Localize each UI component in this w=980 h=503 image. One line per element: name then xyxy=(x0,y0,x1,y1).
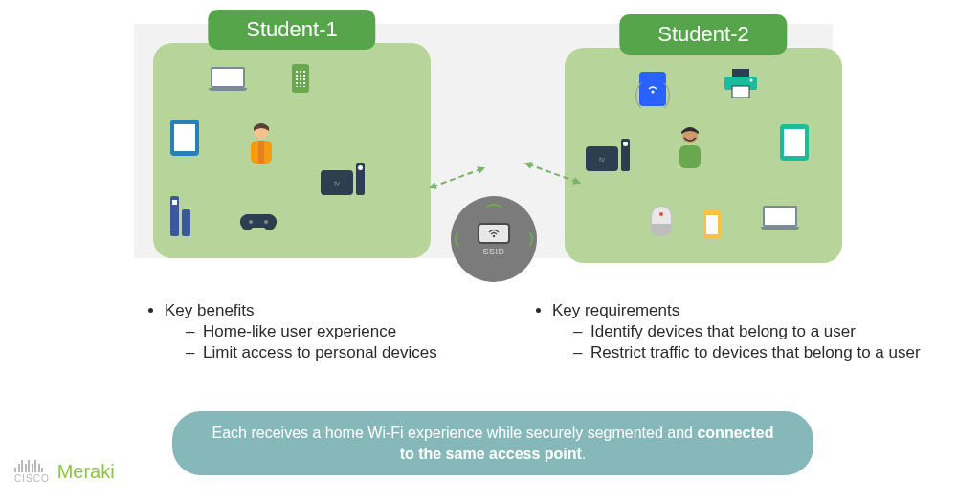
streaming-stick-icon xyxy=(170,196,190,236)
benefits-title: Key benefits xyxy=(165,301,255,319)
smartphone-icon xyxy=(292,64,309,93)
student-1-box: Student-1 tv xyxy=(153,43,431,258)
smartphone-icon xyxy=(703,210,721,239)
tablet-icon xyxy=(780,124,809,161)
tablet-icon xyxy=(170,120,199,156)
svg-point-9 xyxy=(750,79,753,82)
requirement-item: Identify devices that belong to a user xyxy=(573,322,962,341)
printer-icon xyxy=(723,69,759,103)
meraki-text: Meraki xyxy=(57,461,115,483)
svg-rect-6 xyxy=(732,69,749,77)
svg-point-4 xyxy=(264,220,268,224)
banner-text-suffix: . xyxy=(582,446,586,462)
smart-speaker-icon xyxy=(651,206,672,236)
wifi-device-icon xyxy=(639,72,666,106)
student-2-box: Student-2 tv xyxy=(565,48,842,263)
svg-rect-2 xyxy=(258,141,264,164)
svg-rect-11 xyxy=(679,145,701,168)
student-avatar-icon xyxy=(241,120,281,165)
cisco-meraki-logo: CISCO Meraki xyxy=(14,459,115,484)
requirement-item: Restrict traffic to devices that belong … xyxy=(573,343,962,362)
laptop-icon xyxy=(209,67,247,92)
benefit-item: Home-like user experience xyxy=(186,322,507,341)
student-1-label: Student-1 xyxy=(208,10,375,50)
student-avatar-icon xyxy=(670,124,710,170)
summary-banner: Each receives a home Wi-Fi experience wh… xyxy=(172,411,813,475)
ssid-label: SSID xyxy=(482,247,504,256)
student-2-label: Student-2 xyxy=(619,14,787,55)
tv-box-icon: tv xyxy=(321,163,365,195)
tv-box-icon: tv xyxy=(586,139,630,171)
banner-text-prefix: Each receives a home Wi-Fi experience wh… xyxy=(212,425,698,441)
benefit-item: Limit access to personal devices xyxy=(186,343,507,362)
svg-point-12 xyxy=(493,234,495,236)
access-point-circle: SSID xyxy=(451,196,537,282)
benefits-list: Key benefits Home-like user experience L… xyxy=(144,301,507,366)
requirements-title: Key requirements xyxy=(552,301,679,319)
svg-point-5 xyxy=(652,91,655,94)
laptop-icon xyxy=(761,206,799,230)
cisco-bars-icon xyxy=(14,459,50,472)
cisco-text: CISCO xyxy=(14,473,50,484)
game-controller-icon xyxy=(239,210,278,241)
svg-rect-8 xyxy=(732,86,749,98)
svg-point-3 xyxy=(249,220,253,224)
requirements-list: Key requirements Identify devices that b… xyxy=(531,301,962,366)
wifi-signal-icon xyxy=(481,204,506,229)
wifi-signal-icon xyxy=(512,229,533,250)
wifi-signal-icon xyxy=(455,229,476,250)
